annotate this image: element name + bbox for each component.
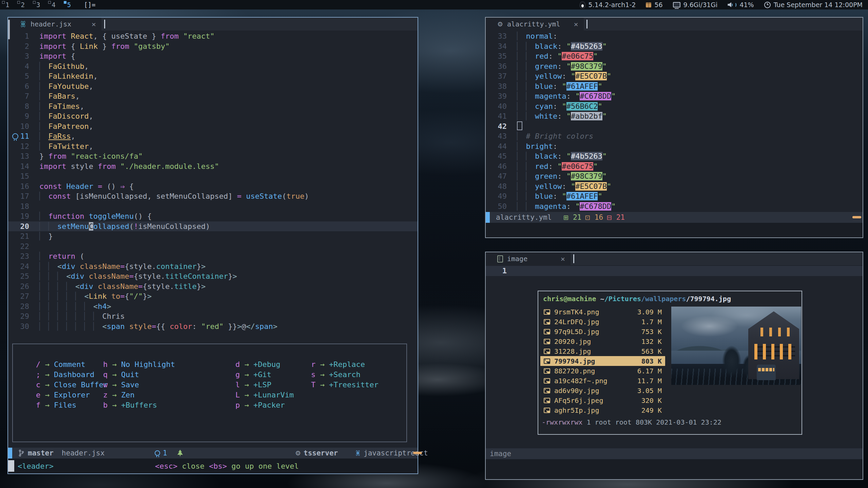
code-token: "	[602, 112, 607, 120]
status-volume: 41%	[728, 1, 754, 8]
code-line-7[interactable]: 7▏ FaBars,	[8, 91, 418, 101]
code-line-8[interactable]: 8▏ FaTimes,	[8, 101, 418, 112]
code-line-22[interactable]: 22	[8, 241, 418, 252]
code-line-16[interactable]: 16const Header = () ⇒ {	[8, 181, 418, 192]
scrollbar-mark[interactable]	[413, 452, 422, 454]
code-line-41[interactable]: 41▏ ▏ white: "#abb2bf"	[486, 111, 863, 121]
code-line-15[interactable]: 15	[8, 171, 418, 181]
workspace-3[interactable]: 3	[36, 1, 40, 8]
workspace-5[interactable]: 5	[67, 1, 71, 8]
hint-description: close	[177, 462, 209, 470]
code-line-17[interactable]: 17▏ const [isMenuCollapsed, setMenuColla…	[8, 191, 418, 201]
code-token: from	[161, 32, 179, 40]
file-row[interactable]: AFq5r6j.jpeg320 K	[540, 395, 665, 405]
code-line-39[interactable]: 39▏ ▏ magenta: "#C678DD"	[486, 91, 863, 101]
code-line-12[interactable]: 12▏ FaTwitter,	[8, 141, 418, 152]
tab-alacritty-yml[interactable]: ⚙ alacritty.yml ×	[486, 18, 584, 31]
close-icon[interactable]: ×	[564, 20, 578, 28]
code-line-47[interactable]: 47▏ ▏ green: "#98C379"	[486, 171, 863, 181]
code-line-18[interactable]: 18	[8, 201, 418, 212]
file-row-selected[interactable]: 799794.jpg803 K	[540, 356, 665, 366]
code-area[interactable]: 1	[486, 266, 863, 276]
code-line-49[interactable]: 49▏ ▏ blue: "#61AFEF"	[486, 191, 863, 201]
code-line-44[interactable]: 44▏ bright:	[486, 141, 863, 152]
code-line-11[interactable]: 11▏ FaRss,	[8, 131, 418, 141]
close-icon[interactable]: ×	[82, 20, 96, 28]
key: h	[103, 360, 108, 369]
code-line-21[interactable]: 21▏ }	[8, 231, 418, 241]
code-line-25[interactable]: 25▏ ▏ ▏ <div className={style.titleConta…	[8, 271, 418, 281]
file-row[interactable]: 20920.jpg132 K	[540, 336, 665, 346]
close-icon[interactable]: ×	[551, 255, 565, 263]
file-row[interactable]: 97q9L5D.jpg753 K	[540, 327, 665, 336]
mode-indicator	[8, 448, 12, 458]
code-line-6[interactable]: 6▏ FaYoutube,	[8, 81, 418, 92]
code-line-37[interactable]: 37▏ ▏ yellow: "#E5C07B"	[486, 71, 863, 81]
code-line[interactable]: 1	[486, 266, 863, 276]
code-line-42[interactable]: 42	[486, 121, 863, 132]
diagnostics[interactable]: 1	[155, 449, 167, 457]
path-segment[interactable]: /Pictures	[604, 295, 641, 303]
code-line-14[interactable]: 14import style from "./header.module.les…	[8, 161, 418, 172]
whichkey-column-2: h → No Highlightq → Quitw → Savez → Zenb…	[103, 359, 175, 410]
code-line-20[interactable]: 20▏ ▏ setMenuCollapsed(!isMenuCollapsed)	[8, 221, 418, 232]
code-line-28[interactable]: 28▏ ▏ ▏ ▏ ▏ ▏ <h4>	[8, 301, 418, 312]
binding-label: +Packer	[253, 401, 285, 409]
file-size: 6.17 M	[637, 367, 662, 375]
code-line-1[interactable]: 1import React, { useState } from "react"	[8, 31, 418, 41]
layout-symbol[interactable]: []=	[84, 1, 95, 8]
tab-image[interactable]: image ×	[486, 252, 571, 265]
scrollbar-thumb[interactable]	[8, 20, 10, 39]
code-line-19[interactable]: 19▏ function toggleMenu() {	[8, 211, 418, 221]
code-area[interactable]: 33▏ normal:34▏ ▏ black: "#4b5263"35▏ ▏ r…	[486, 31, 863, 211]
code-token: :	[557, 152, 566, 160]
file-row[interactable]: 31228.jpg563 K	[540, 346, 665, 356]
code-token: "	[575, 202, 580, 211]
scrollbar-mark[interactable]	[852, 216, 861, 218]
code-line-13[interactable]: 13} from "react-icons/fa"	[8, 151, 418, 161]
tab-header-jsx[interactable]: header.jsx ×	[8, 18, 101, 31]
file-row[interactable]: a19c482f~.png11.7 M	[540, 376, 665, 386]
workspace-4[interactable]: 4	[52, 1, 55, 8]
code-line-24[interactable]: 24▏ ▏ <div className={style.container}>	[8, 261, 418, 272]
code-line-3[interactable]: 3import {	[8, 51, 418, 61]
code-line-40[interactable]: 40▏ ▏ cyan: "#56B6C2"	[486, 101, 863, 112]
code-line-30[interactable]: 30▏ ▏ ▏ ▏ ▏ ▏ ▏ <span style={{ color: "r…	[8, 321, 418, 332]
code-line-9[interactable]: 9▏ FaDiscord,	[8, 111, 418, 121]
code-line-5[interactable]: 5▏ FaLinkedin,	[8, 71, 418, 81]
file-row[interactable]: 24LrDFQ.jpg1.7 M	[540, 317, 665, 327]
code-line-4[interactable]: 4▏ FaGithub,	[8, 61, 418, 72]
workspace-1[interactable]: 1	[5, 1, 9, 8]
code-line-46[interactable]: 46▏ ▏ red: "#e06c75"	[486, 161, 863, 172]
code-line-50[interactable]: 50▏ ▏ magenta: "#C678DD"	[486, 201, 863, 212]
code-line-48[interactable]: 48▏ ▏ yellow: "#E5C07B"	[486, 181, 863, 192]
path-segment[interactable]: /799794.jpg	[686, 295, 731, 303]
code-line-29[interactable]: 29▏ ▏ ▏ ▏ ▏ ▏ ▏ Chris	[8, 311, 418, 321]
code-token: span	[107, 322, 125, 331]
file-row[interactable]: aghr5Ip.jpg249 K	[540, 405, 665, 415]
command-line[interactable]: <leader> <esc> close <bs> go up one leve…	[8, 458, 418, 473]
code-line-27[interactable]: 27▏ ▏ ▏ ▏ ▏ <Link to={"/"}>	[8, 291, 418, 301]
code-line-26[interactable]: 26▏ ▏ ▏ ▏ <div className={style.title}>	[8, 281, 418, 292]
path-segment[interactable]: /wallpapers	[641, 295, 686, 303]
code-line-43[interactable]: 43▏ # Bright colors	[486, 131, 863, 141]
path-segment[interactable]: ~	[600, 295, 604, 303]
lightbulb-icon[interactable]	[12, 133, 18, 139]
code-area[interactable]: 1import React, { useState } from "react"…	[8, 31, 418, 331]
code-line-45[interactable]: 45▏ ▏ black: "#4b5263"	[486, 151, 863, 161]
code-line-38[interactable]: 38▏ ▏ blue: "#61AFEF"	[486, 81, 863, 92]
code-line-35[interactable]: 35▏ ▏ red: "#e06c75"	[486, 51, 863, 61]
file-row[interactable]: 9rsmTK4.png3.09 M	[540, 307, 665, 317]
code-line-36[interactable]: 36▏ ▏ green: "#98C379"	[486, 61, 863, 72]
line-number: 3	[8, 51, 29, 61]
workspace-2[interactable]: 2	[21, 1, 24, 8]
code-line-34[interactable]: 34▏ ▏ black: "#4b5263"	[486, 41, 863, 52]
code-line-10[interactable]: 10▏ FaPatreon,	[8, 121, 418, 132]
code-token: "	[611, 202, 616, 211]
code-line-2[interactable]: 2import { Link } from "gatsby"	[8, 41, 418, 52]
file-row[interactable]: ad6v90y.jpg3.05 M	[540, 386, 665, 395]
code-line-23[interactable]: 23▏ return (	[8, 251, 418, 261]
file-row[interactable]: 882720.png6.17 M	[540, 366, 665, 376]
git-branch[interactable]: master	[28, 449, 54, 457]
code-line-33[interactable]: 33▏ normal:	[486, 31, 863, 41]
